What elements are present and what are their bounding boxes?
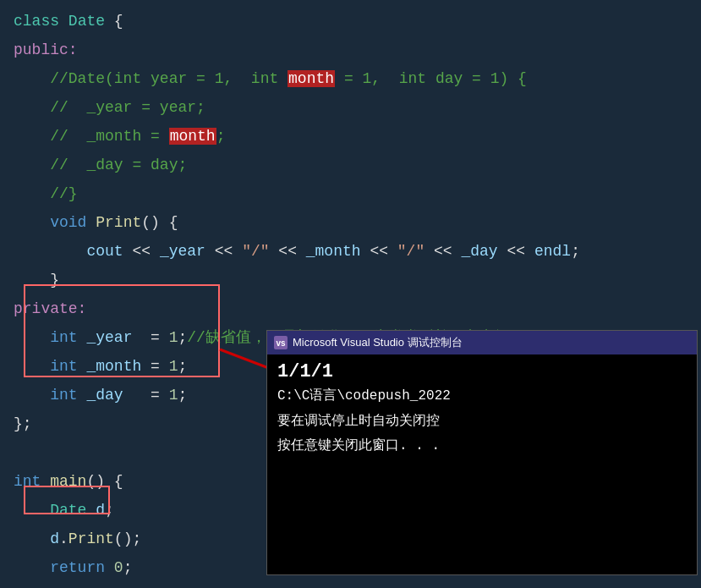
- code-line-1: class Date {: [7, 7, 701, 36]
- vs-console-popup: vs Microsoft Visual Studio 调试控制台 1/1/1 C…: [266, 330, 698, 575]
- code-editor: class Date { public: //Date(int year = 1…: [0, 0, 701, 588]
- code-line-5: // _month = month;: [7, 122, 701, 151]
- code-line-3: //Date(int year = 1, int month = 1, int …: [7, 64, 701, 93]
- console-output-path: C:\C语言\codepush_2022: [277, 386, 687, 408]
- code-line-4: // _year = year;: [7, 93, 701, 122]
- code-line-6: // _day = day;: [7, 151, 701, 179]
- code-line-11: private:: [7, 294, 701, 323]
- code-line-9: cout << _year << "/" << _month << "/" <<…: [7, 237, 701, 266]
- console-output-hint: 要在调试停止时自动关闭控: [277, 411, 687, 433]
- console-output-hint2: 按任意键关闭此窗口. . .: [277, 436, 687, 458]
- vs-titlebar: vs Microsoft Visual Studio 调试控制台: [267, 331, 697, 354]
- vs-icon: vs: [274, 336, 288, 349]
- vs-title-text: Microsoft Visual Studio 调试控制台: [293, 335, 463, 350]
- vs-console-body: 1/1/1 C:\C语言\codepush_2022 要在调试停止时自动关闭控 …: [267, 354, 697, 574]
- code-line-10: }: [7, 266, 701, 294]
- code-line-7: //}: [7, 179, 701, 208]
- code-line-8: void Print() {: [7, 208, 701, 237]
- code-line-2: public:: [7, 36, 701, 64]
- console-output-main: 1/1/1: [277, 361, 687, 382]
